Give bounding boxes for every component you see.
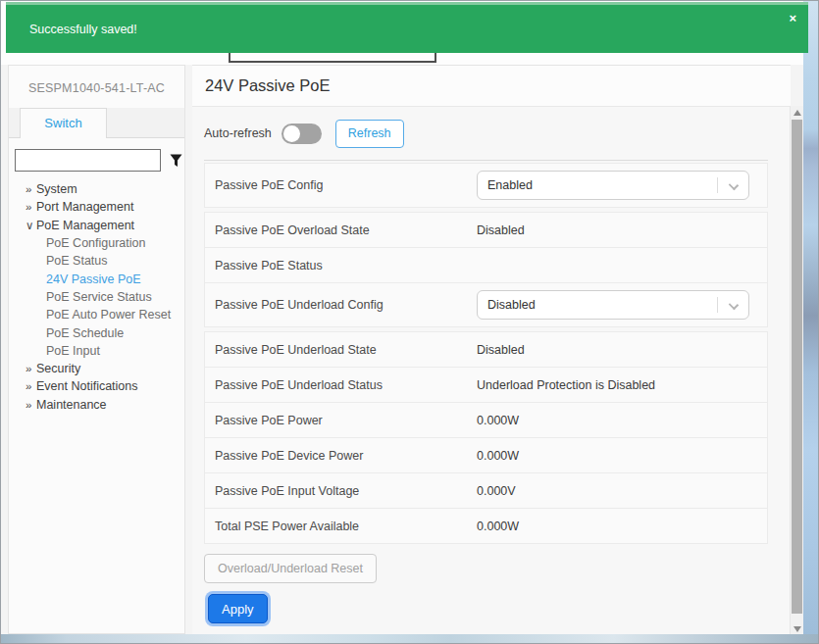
scroll-up-arrow-icon[interactable] xyxy=(791,106,804,119)
nav-item[interactable]: » Event Notifications xyxy=(9,377,184,395)
table-row: Passive PoE Underload Config Disabled Di… xyxy=(204,282,768,327)
chevron-down-icon xyxy=(729,180,739,190)
nav-item-label: Port Management xyxy=(36,200,133,214)
nav-item[interactable]: PoE Status xyxy=(9,252,184,270)
table-row: Passive PoE Status xyxy=(204,247,768,283)
expand-collapse-icon: ∨ xyxy=(26,219,36,232)
expand-collapse-icon: » xyxy=(26,380,36,392)
nav-item[interactable]: 24V Passive PoE xyxy=(9,270,184,287)
nav-item-label: 24V Passive PoE xyxy=(46,272,141,286)
row-label: Passive PoE Config xyxy=(205,178,477,192)
nav-item-label: System xyxy=(36,182,77,196)
nav-item-label: PoE Input xyxy=(46,344,100,358)
row-value: 0.000W xyxy=(477,449,519,463)
success-toast: Successfully saved! × xyxy=(6,2,808,53)
vertical-scrollbar[interactable] xyxy=(790,106,803,635)
apply-button[interactable]: Apply xyxy=(208,594,268,623)
main-content: Auto-refresh Refresh Passive PoE Config … xyxy=(192,107,791,623)
expand-collapse-icon: » xyxy=(26,183,36,195)
table-row: Passive PoE Underload State Disabled Dis… xyxy=(204,331,768,368)
refresh-row: Auto-refresh Refresh xyxy=(204,107,768,161)
dropdown-value: Enabled xyxy=(487,178,533,192)
tab-switch[interactable]: Switch xyxy=(20,108,107,138)
row-value: 0.000V xyxy=(477,484,516,498)
row-label: Passive PoE Status xyxy=(205,259,477,272)
close-icon[interactable]: × xyxy=(789,11,796,25)
row-label: Passive PoE Underload Config xyxy=(205,298,477,312)
nav-tree: » System » Port Management ∨ PoE Managem… xyxy=(9,180,184,414)
toggle-knob xyxy=(283,125,300,142)
nav-item[interactable]: PoE Schedule xyxy=(9,323,184,341)
background-edge-bottom xyxy=(1,634,818,643)
row-label: Total PSE Power Available xyxy=(205,520,477,533)
nav-item[interactable]: PoE Input xyxy=(9,342,184,360)
table-row: Total PSE Power Available 0.000W 0.000W xyxy=(204,508,768,544)
nav-item[interactable]: PoE Auto Power Reset xyxy=(9,306,184,323)
device-name: SESPM1040-541-LT-AC xyxy=(9,81,184,95)
sidebar: SESPM1040-541-LT-AC Switch » System xyxy=(8,65,185,634)
row-label: Passive PoE Underload State xyxy=(205,343,477,357)
nav-item[interactable]: » Port Management xyxy=(9,198,184,216)
nav-item[interactable]: » System xyxy=(9,180,184,198)
dropdown-select[interactable]: Enabled xyxy=(477,171,749,200)
nav-item-label: PoE Auto Power Reset xyxy=(46,308,171,322)
expand-collapse-icon: » xyxy=(26,201,36,213)
expand-collapse-icon: » xyxy=(26,363,36,374)
row-label: Passive PoE Input Voltage xyxy=(205,484,477,498)
row-label: Passive PoE Underload Status xyxy=(205,378,477,392)
app-window: SESPM1040-541-LT-AC Switch » System xyxy=(0,0,819,644)
row-label: Passive PoE Power xyxy=(205,414,477,427)
nav-item[interactable]: » Maintenance xyxy=(9,396,184,414)
table-row: Passive PoE Input Voltage 0.000V 0.000V xyxy=(204,472,768,509)
nav-item-label: PoE Management xyxy=(36,219,134,232)
nav-item-label: PoE Configuration xyxy=(46,236,145,250)
nav-item-label: Security xyxy=(36,362,80,375)
nav-item-label: PoE Schedule xyxy=(46,326,124,340)
row-value: Disabled xyxy=(477,343,525,357)
table-row: Passive PoE Power 0.000W 0.000W xyxy=(204,402,768,438)
refresh-button[interactable]: Refresh xyxy=(335,120,404,148)
main-panel: 24V Passive PoE Auto-refresh Refresh Pas… xyxy=(192,65,791,634)
dropdown-select[interactable]: Disabled xyxy=(477,290,749,320)
chevron-down-icon xyxy=(729,300,739,310)
dropdown-value: Disabled xyxy=(487,298,536,312)
title-bar: 24V Passive PoE xyxy=(192,66,791,107)
settings-table: Passive PoE Config Enabled Enabled Passi… xyxy=(204,163,768,544)
dropdown-divider xyxy=(717,297,718,313)
row-value: Underload Protection is Disabled xyxy=(477,378,655,392)
nav-item[interactable]: » Security xyxy=(9,360,184,377)
nav-item-label: PoE Service Status xyxy=(46,290,152,304)
nav-item-label: Event Notifications xyxy=(36,379,138,393)
nav-item-label: PoE Status xyxy=(46,254,108,268)
row-value: 0.000W xyxy=(477,414,519,427)
nav-item-label: Maintenance xyxy=(36,398,107,412)
filter-funnel-icon[interactable] xyxy=(170,154,182,168)
auto-refresh-toggle[interactable] xyxy=(282,124,322,144)
nav-filter-input[interactable] xyxy=(15,149,161,172)
scrollbar-thumb[interactable] xyxy=(792,120,802,614)
table-row: Passive PoE Device Power 0.000W 0.000W xyxy=(204,437,768,473)
auto-refresh-label: Auto-refresh xyxy=(204,126,272,140)
row-value: Disabled xyxy=(477,223,525,237)
row-label: Passive PoE Overload State xyxy=(205,223,477,237)
overload-underload-reset-button[interactable]: Overload/Underload Reset xyxy=(204,554,377,583)
sidebar-tabbar: Switch xyxy=(9,108,184,138)
page-background: SESPM1040-541-LT-AC Switch » System xyxy=(1,1,803,634)
table-row: Passive PoE Underload Status Underload P… xyxy=(204,367,768,403)
row-label: Passive PoE Device Power xyxy=(205,449,477,463)
nav-item[interactable]: PoE Service Status xyxy=(9,288,184,306)
expand-collapse-icon: » xyxy=(26,399,36,411)
table-row: Passive PoE Config Enabled Enabled xyxy=(204,163,768,208)
page-title: 24V Passive PoE xyxy=(192,66,791,95)
dropdown-divider xyxy=(717,177,718,193)
nav-item[interactable]: ∨ PoE Management xyxy=(9,217,184,234)
table-row: Passive PoE Overload State Disabled Disa… xyxy=(204,212,768,248)
toast-message: Successfully saved! xyxy=(29,23,137,36)
background-edge-right xyxy=(803,1,818,643)
row-value: 0.000W xyxy=(477,520,519,533)
nav-item[interactable]: PoE Configuration xyxy=(9,234,184,252)
nav-filter-row xyxy=(15,149,184,172)
